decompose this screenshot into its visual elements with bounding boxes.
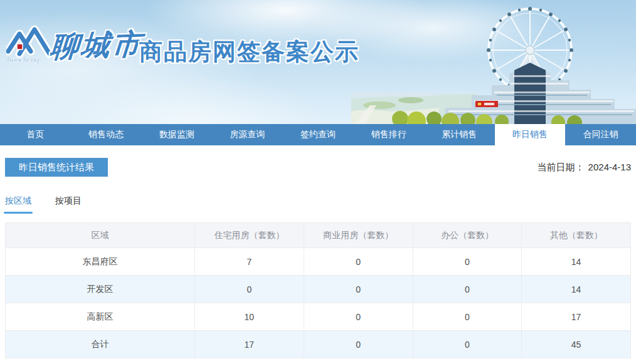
current-date-label: 当前日期： — [538, 162, 585, 172]
column-header-commercial: 商业用房（套数） — [304, 223, 413, 248]
current-date-value: 2024-4-13 — [588, 162, 631, 172]
table-row: 高新区 10 0 0 17 — [6, 303, 631, 331]
section-bar: 昨日销售统计结果 当前日期：2024-4-13 — [5, 158, 631, 177]
page-viewport: liaocheng 聊城市 商品房网签备案公示 首页 销售动态 数据监测 房源查… — [0, 0, 636, 364]
yesterday-sales-table: 区域 住宅用房（套数） 商业用房（套数） 办公（套数） 其他（套数） 东昌府区 … — [5, 222, 631, 358]
table-header-row: 区域 住宅用房（套数） 商业用房（套数） 办公（套数） 其他（套数） — [6, 223, 631, 248]
cell-region: 开发区 — [6, 276, 195, 303]
nav-item-sales-ranking[interactable]: 销售排行 — [353, 124, 424, 145]
cell-other: 14 — [522, 248, 631, 276]
section-title-badge: 昨日销售统计结果 — [5, 158, 108, 177]
view-tabs: 按区域 按项目 — [5, 195, 636, 209]
nav-item-listing-search[interactable]: 房源查询 — [212, 124, 283, 145]
cell-region: 高新区 — [6, 303, 195, 331]
ferris-wheel-building-photo — [351, 0, 636, 124]
cell-commercial: 0 — [304, 276, 413, 303]
cell-office: 0 — [413, 276, 522, 303]
cell-other: 17 — [522, 303, 631, 331]
cell-residential: 0 — [195, 276, 304, 303]
table-row: 东昌府区 7 0 0 14 — [6, 248, 631, 276]
table-row-total: 合计 17 0 0 45 — [6, 331, 631, 358]
cell-commercial: 0 — [304, 248, 413, 276]
cell-region: 合计 — [6, 331, 195, 358]
cell-residential: 7 — [195, 248, 304, 276]
nav-item-contract-search[interactable]: 签约查询 — [283, 124, 354, 145]
nav-item-contract-cancellation[interactable]: 合同注销 — [565, 124, 636, 145]
cell-office: 0 — [413, 331, 522, 358]
nav-item-data-monitoring[interactable]: 数据监测 — [141, 124, 212, 145]
tab-by-region[interactable]: 按区域 — [5, 195, 31, 209]
nav-item-sales-dynamics[interactable]: 销售动态 — [71, 124, 142, 145]
cell-residential: 17 — [195, 331, 304, 358]
logo-script-text: liaocheng — [7, 55, 40, 64]
cell-other: 45 — [522, 331, 631, 358]
current-date: 当前日期：2024-4-13 — [538, 162, 631, 174]
cell-commercial: 0 — [304, 303, 413, 331]
column-header-region: 区域 — [6, 223, 195, 248]
site-banner: liaocheng 聊城市 商品房网签备案公示 — [0, 0, 636, 124]
site-title: 商品房网签备案公示 — [139, 36, 359, 68]
cell-region: 东昌府区 — [6, 248, 195, 276]
nav-item-home[interactable]: 首页 — [0, 124, 71, 145]
column-header-residential: 住宅用房（套数） — [195, 223, 304, 248]
table-row: 开发区 0 0 0 14 — [6, 276, 631, 303]
cell-residential: 10 — [195, 303, 304, 331]
tab-by-project[interactable]: 按项目 — [55, 195, 82, 209]
cell-office: 0 — [413, 303, 522, 331]
cell-commercial: 0 — [304, 331, 413, 358]
nav-item-cumulative-sales[interactable]: 累计销售 — [424, 124, 495, 145]
cell-office: 0 — [413, 248, 522, 276]
brand-logo[interactable]: liaocheng — [6, 25, 51, 64]
main-nav: 首页 销售动态 数据监测 房源查询 签约查询 销售排行 累计销售 昨日销售 合同… — [0, 124, 636, 145]
nav-item-yesterday-sales[interactable]: 昨日销售 — [495, 124, 566, 145]
column-header-office: 办公（套数） — [413, 223, 522, 248]
cell-other: 14 — [522, 276, 631, 303]
logo-red-square-icon — [17, 44, 23, 49]
brand-city-name: 聊城市 — [49, 24, 144, 66]
column-header-other: 其他（套数） — [522, 223, 631, 248]
